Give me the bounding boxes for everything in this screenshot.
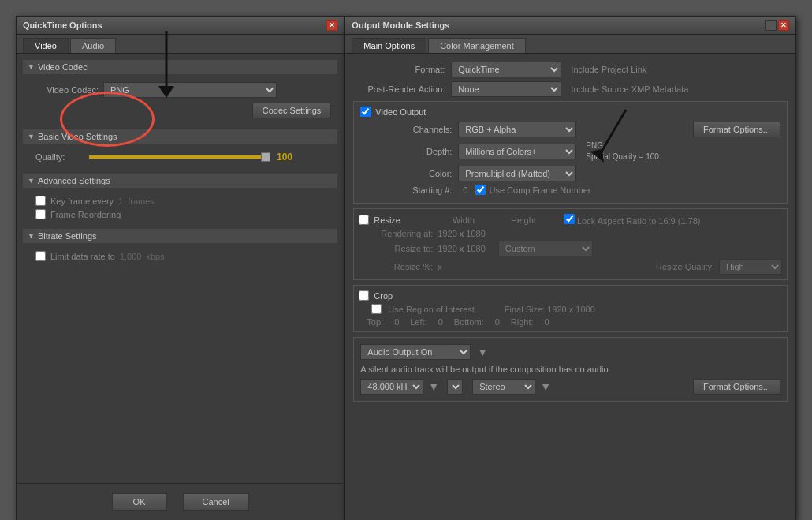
advanced-section-body: Key frame every 1 frames Frame Reorderin… [23,193,337,229]
keyframe-label: Key frame every [50,196,114,206]
audio-hz-arrow: ▼ [428,380,439,393]
ok-button[interactable]: OK [112,493,167,511]
audio-extra-select[interactable] [447,379,463,395]
crop-checkbox[interactable] [359,290,369,301]
resize-to-w: 1920 [438,244,456,253]
advanced-section-header[interactable]: ▼ Advanced Settings [23,174,337,188]
limit-label: Limit data rate to [50,252,115,261]
limit-value: 1,000 [120,252,142,261]
left-label: Left: [410,317,426,327]
bottom-label: Bottom: [454,317,484,327]
rendering-w: 1920 [438,229,456,238]
video-codec-select[interactable]: PNG [103,82,277,98]
limit-row: Limit data rate to 1,000 kbps [35,251,331,261]
png-info-line2: Spatial Quality = 100 [586,152,659,163]
final-size-label: Final Size: 1920 x 1080 [505,305,595,314]
lock-aspect-label: Lock Aspect Ratio to 16:9 (1.78) [564,214,701,226]
quality-slider[interactable] [89,155,270,159]
resize-section: Resize Width Height Lock Aspect Ratio to… [353,208,788,280]
audio-dropdown-icon: ▼ [477,346,488,358]
audio-output-row: Audio Output On ▼ [360,344,780,360]
basic-video-section-header[interactable]: ▼ Basic Video Settings [23,129,337,144]
x-divider-1: x [460,229,464,238]
lock-aspect-text: Lock Aspect Ratio to 16:9 (1.78) [577,216,701,226]
starting-value: 0 [463,185,467,195]
audio-hz-select[interactable]: 48.000 kHz [360,379,423,395]
video-output-title-row: Video Output [360,107,780,117]
bitrate-collapse-icon: ▼ [28,232,35,240]
format-options-audio-button[interactable]: Format Options... [693,379,780,395]
resize-pct-row: Resize %: x Resize Quality: High [367,259,782,275]
depth-label: Depth: [360,147,455,156]
video-codec-label: Video Codec: [35,85,99,95]
rendering-h: 1080 [466,229,485,238]
post-render-label: Post-Render Action: [353,84,448,94]
om-title: Output Module Settings [352,21,449,30]
lock-aspect-checkbox[interactable] [564,214,575,224]
right-value: 0 [545,317,549,327]
frame-reorder-label: Frame Reordering [50,210,121,219]
depth-select[interactable]: Millions of Colors+ [458,144,576,159]
channels-label: Channels: [360,125,455,134]
png-info-line1: PNG [586,140,659,152]
frame-reorder-row: Frame Reordering [35,209,331,219]
video-codec-section-label: Video Codec [38,62,88,72]
advanced-collapse-icon: ▼ [28,177,35,185]
resize-to-row: Resize to: 1920 x 1080 Custom [367,241,782,256]
om-close-button[interactable]: ✕ [778,20,789,31]
color-row: Color: Premultiplied (Matted) [360,166,780,181]
format-options-video-button[interactable]: Format Options... [693,122,780,137]
channels-select[interactable]: RGB + Alpha [458,122,576,137]
use-comp-frame-label: Use Comp Frame Number [489,185,590,195]
frame-reorder-checkbox[interactable] [35,209,46,219]
resize-quality-label: Resize Quality: [656,262,714,271]
use-comp-frame-checkbox[interactable] [475,185,486,195]
limit-checkbox[interactable] [35,251,46,261]
png-info: PNG Spatial Quality = 100 [586,140,659,163]
top-label: Top: [367,317,383,327]
rendering-row: Rendering at: 1920 x 1080 [367,229,782,238]
audio-stereo-select[interactable]: Stereo [472,379,535,395]
video-codec-section-body: Video Codec: PNG Codec Settings [23,79,337,129]
format-row: Format: QuickTime Include Project Link [353,62,788,77]
tab-color-management[interactable]: Color Management [428,38,526,53]
color-select[interactable]: Premultiplied (Matted) [458,166,576,181]
resize-preset-select[interactable]: Custom [498,241,593,256]
limit-unit: kbps [146,252,164,261]
cancel-button[interactable]: Cancel [183,493,249,511]
tab-main-options[interactable]: Main Options [352,38,426,53]
om-title-bar: Output Module Settings _ ✕ [345,17,795,35]
depth-row: Depth: Millions of Colors+ PNG Spatial Q… [360,140,780,163]
rendering-label: Rendering at: [367,229,438,238]
video-codec-section-header[interactable]: ▼ Video Codec [23,60,337,74]
channels-row: Channels: RGB + Alpha Format Options... [360,122,780,137]
bottom-value: 0 [495,317,500,327]
audio-output-select[interactable]: Audio Output On [360,344,471,360]
post-render-select[interactable]: None [451,81,561,97]
basic-video-label: Basic Video Settings [38,132,117,141]
right-label: Right: [511,317,534,327]
width-header: Width [453,215,475,225]
resize-quality-select[interactable]: High [719,259,782,275]
format-select[interactable]: QuickTime [451,62,561,77]
use-roi-checkbox[interactable] [371,304,382,314]
include-source-xmp-label: Include Source XMP Metadata [571,84,688,94]
om-main-content: Format: QuickTime Include Project Link P… [345,54,795,410]
bitrate-section-label: Bitrate Settings [38,231,97,241]
crop-values-row: Top: 0 Left: 0 Bottom: 0 Right: 0 [367,317,782,327]
keyframe-checkbox[interactable] [35,196,46,206]
output-module-window: Output Module Settings _ ✕ Main Options … [345,16,796,520]
keyframe-row: Key frame every 1 frames [35,196,331,206]
tab-audio[interactable]: Audio [70,38,116,53]
quicktime-title: QuickTime Options [23,21,102,30]
video-output-label: Video Output [375,107,426,117]
resize-checkbox[interactable] [359,215,369,225]
crop-label: Crop [374,291,393,301]
video-output-checkbox[interactable] [360,107,371,117]
qt-close-button[interactable]: ✕ [326,20,337,31]
codec-settings-button[interactable]: Codec Settings [252,103,332,118]
resize-to-h: 1080 [466,244,485,253]
bitrate-section-header[interactable]: ▼ Bitrate Settings [23,229,337,243]
om-min-button[interactable]: _ [765,20,777,31]
tab-video[interactable]: Video [23,38,69,53]
